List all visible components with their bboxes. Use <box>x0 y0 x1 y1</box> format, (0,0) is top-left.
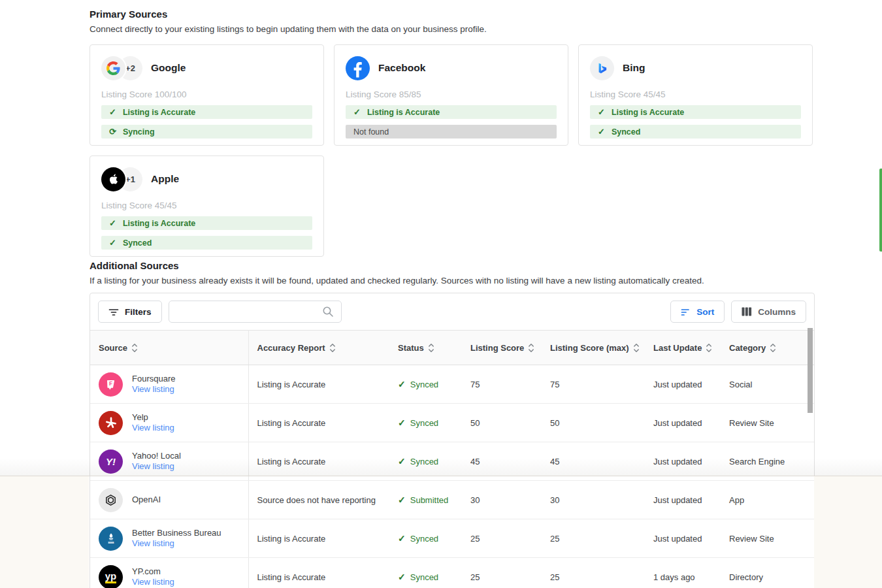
view-listing-link[interactable]: View listing <box>132 577 174 587</box>
column-header-listing-score-max[interactable]: Listing Score (max) <box>542 331 645 365</box>
check-icon: ✓ <box>398 495 406 505</box>
accuracy-report-cell: Listing is Accurate <box>248 558 389 588</box>
listing-score-max-cell: 25 <box>542 519 645 558</box>
synced-status-badge: ✓ Synced <box>590 125 801 139</box>
search-input[interactable] <box>176 306 321 318</box>
status-cell: ✓Synced <box>398 456 462 466</box>
accuracy-status-badge: ✓ Listing is Accurate <box>101 216 312 230</box>
view-listing-link[interactable]: View listing <box>132 423 174 433</box>
status-cell: ✓Synced <box>398 379 462 389</box>
listing-score-label: Listing Score 100/100 <box>101 90 312 99</box>
accuracy-report-cell: Source does not have reporting <box>248 481 389 519</box>
foursquare-logo-icon: F <box>99 372 123 397</box>
card-header: Bing <box>590 55 801 81</box>
openai-logo-icon <box>99 488 123 512</box>
listing-score-cell: 50 <box>462 404 542 442</box>
category-cell: Social <box>721 365 814 404</box>
category-cell: Search Engine <box>721 442 814 481</box>
not-found-badge: Not found <box>346 125 557 139</box>
last-update-cell: Just updated <box>645 404 721 442</box>
table-header-row: Source Accuracy Report Status Listi <box>90 331 814 365</box>
listing-score-max-cell: 25 <box>542 558 645 588</box>
primary-source-cards: +2 Google Listing Score 100/100 ✓ Listin… <box>90 44 815 257</box>
yahoo-logo-icon: Y! <box>99 449 123 474</box>
category-cell: Review Site <box>721 404 814 442</box>
sync-status-badge: ⟳ Syncing <box>101 125 312 139</box>
column-header-category[interactable]: Category <box>721 331 814 365</box>
filter-icon <box>108 307 119 316</box>
card-header: +2 Google <box>101 55 312 81</box>
view-listing-link[interactable]: View listing <box>132 461 181 472</box>
source-name: Yahoo! Local <box>132 451 181 461</box>
card-header: Facebook <box>346 55 557 81</box>
listing-score-cell: 45 <box>462 442 542 481</box>
accuracy-report-cell: Listing is Accurate <box>248 365 389 404</box>
below-fold-left-margin <box>0 476 89 588</box>
table-scrollbar[interactable] <box>808 328 813 413</box>
card-title: Bing <box>623 62 645 74</box>
badge-label: Listing is Accurate <box>367 108 440 117</box>
listing-score-cell: 75 <box>462 365 542 404</box>
source-name: Better Business Bureau <box>132 528 221 538</box>
last-update-cell: Just updated <box>645 365 721 404</box>
source-name: Foursquare <box>132 374 175 384</box>
badge-label: Listing is Accurate <box>612 108 684 117</box>
card-title: Facebook <box>378 62 425 74</box>
additional-sources-subtitle: If a listing for your business already e… <box>90 275 815 286</box>
columns-icon <box>742 307 752 316</box>
last-update-cell: Just updated <box>645 481 721 519</box>
filters-button[interactable]: Filters <box>98 301 162 323</box>
accuracy-report-cell: Listing is Accurate <box>248 404 389 442</box>
synced-status-badge: ✓ Synced <box>101 236 312 250</box>
check-icon: ✓ <box>598 127 605 136</box>
column-header-accuracy-report[interactable]: Accuracy Report <box>248 331 389 365</box>
listing-score-max-cell: 30 <box>542 481 645 519</box>
listing-score-cell: 25 <box>462 519 542 558</box>
column-header-status[interactable]: Status <box>389 331 462 365</box>
below-fold-right-margin <box>814 476 882 588</box>
source-name: OpenAI <box>132 495 161 505</box>
column-header-last-update[interactable]: Last Update <box>645 331 721 365</box>
listing-score-cell: 30 <box>462 481 542 519</box>
svg-text:F: F <box>109 380 112 386</box>
listing-score-label: Listing Score 45/45 <box>590 90 801 99</box>
sources-table-card: Filters <box>90 293 815 588</box>
status-cell: ✓Submitted <box>398 495 462 505</box>
check-icon: ✓ <box>398 572 406 582</box>
source-card-bing: Bing Listing Score 45/45 ✓ Listing is Ac… <box>578 44 813 146</box>
yp-logo-icon: yp <box>99 565 123 588</box>
sources-table: Source Accuracy Report Status Listi <box>90 330 814 588</box>
primary-sources-subtitle: Connect directly to your existing listin… <box>90 24 815 35</box>
accuracy-status-badge: ✓ Listing is Accurate <box>590 105 801 119</box>
source-name: YP.com <box>132 566 174 577</box>
view-listing-link[interactable]: View listing <box>132 538 221 549</box>
table-row-yahoo-local: Y! Yahoo! Local View listing Listing is … <box>90 442 814 481</box>
card-title: Apple <box>151 173 179 185</box>
column-header-source[interactable]: Source <box>90 331 248 365</box>
badge-label: Not found <box>353 127 389 137</box>
accuracy-report-cell: Listing is Accurate <box>248 519 389 558</box>
status-cell: ✓Synced <box>398 572 462 582</box>
sort-arrows-icon <box>528 343 534 353</box>
column-header-listing-score[interactable]: Listing Score <box>462 331 542 365</box>
view-listing-link[interactable]: View listing <box>132 384 175 395</box>
sort-arrows-icon <box>633 343 640 353</box>
sort-button[interactable]: Sort <box>670 301 725 323</box>
category-cell: Directory <box>721 558 814 588</box>
card-header: +1 Apple <box>101 166 312 192</box>
last-update-cell: Just updated <box>645 442 721 481</box>
primary-sources-title: Primary Sources <box>90 8 815 20</box>
bbb-logo-icon: BBB <box>99 527 123 551</box>
category-cell: Review Site <box>721 519 814 558</box>
additional-sources-section: Additional Sources If a listing for your… <box>90 260 815 588</box>
columns-button[interactable]: Columns <box>731 301 806 323</box>
table-row-better-business-bureau: BBB Better Business Bureau View listing … <box>90 519 814 558</box>
sort-arrows-icon <box>770 343 776 353</box>
apple-logo-icon <box>101 167 125 191</box>
search-box[interactable] <box>169 301 342 323</box>
check-icon: ✓ <box>398 533 406 544</box>
listing-score-cell: 25 <box>462 558 542 588</box>
fold-divider <box>0 476 882 476</box>
yelp-logo-icon <box>99 411 123 435</box>
listing-score-label: Listing Score 85/85 <box>346 90 557 99</box>
